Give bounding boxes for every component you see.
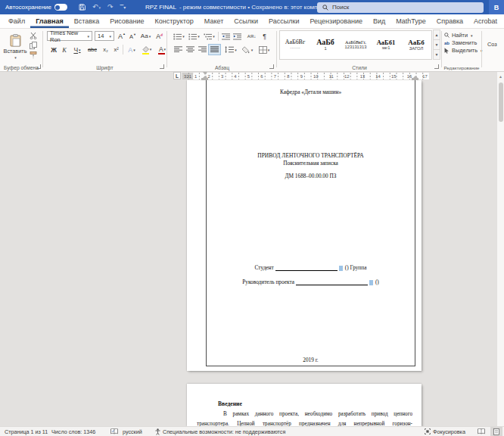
read-mode-button[interactable]: [478, 427, 485, 436]
align-right-button[interactable]: [197, 45, 207, 54]
search-box[interactable]: Поиск: [317, 2, 484, 13]
paste-icon: [10, 34, 21, 47]
scrollbar-thumb[interactable]: [499, 83, 503, 122]
paste-label: Вставить: [4, 48, 27, 54]
print-layout-button[interactable]: [490, 427, 502, 436]
tab-MathType[interactable]: MathType: [390, 14, 431, 28]
align-left-button[interactable]: [173, 45, 183, 54]
supervisor-signature-line: [296, 279, 368, 285]
copy-button[interactable]: [29, 42, 38, 49]
tab-Рассылки[interactable]: Рассылки: [263, 14, 304, 28]
decrease-indent-button[interactable]: [221, 32, 231, 41]
grow-font-button[interactable]: А▲: [117, 31, 127, 41]
tab-Конструктор[interactable]: Конструктор: [150, 14, 199, 28]
focus-mode-button[interactable]: Фокусировка: [425, 427, 465, 436]
text-effects-button[interactable]: А▾: [126, 45, 138, 54]
tab-Справка[interactable]: Справка: [431, 14, 468, 28]
scroll-up-icon[interactable]: ▲: [499, 74, 502, 79]
paragraph-dialog-launcher[interactable]: [269, 64, 274, 69]
style-item-123131313[interactable]: АаБбВвГг,123131313: [341, 31, 371, 59]
tab-Макет[interactable]: Макет: [199, 14, 229, 28]
page-2[interactable]: Введение В рамках данного проекта, необх…: [187, 384, 422, 426]
ribbon-tab-row: ФайлГлавнаяВставкаРисованиеКонструкторМа…: [0, 14, 504, 29]
horizontal-ruler[interactable]: L 321 1234567891011121314151617: [0, 72, 504, 80]
format-painter-button[interactable]: [29, 51, 38, 59]
change-case-button[interactable]: Аа▾: [139, 31, 152, 41]
supervisor-suffix: (): [375, 279, 379, 285]
highlight-color-button[interactable]: ▾: [140, 44, 154, 54]
font-size-combo[interactable]: 14▾: [95, 31, 114, 41]
numbering-button[interactable]: ▾: [188, 32, 201, 41]
font-dialog-launcher[interactable]: [160, 64, 164, 69]
superscript-button[interactable]: x²: [111, 45, 121, 54]
shading-button[interactable]: ▾: [241, 45, 254, 54]
sort-button[interactable]: АЯ↓: [245, 32, 258, 41]
style-item-·······[interactable]: АаБбВг·······: [280, 31, 310, 59]
document-canvas[interactable]: Кафедра «Детали машин» ПРИВОД ЛЕНТОЧНОГО…: [0, 80, 496, 426]
italic-button[interactable]: К: [60, 45, 69, 54]
find-button[interactable]: Найти▾: [444, 32, 473, 39]
word-count[interactable]: Число слов: 1346: [51, 427, 95, 436]
tab-Acrobat[interactable]: Acrobat: [468, 14, 502, 28]
tab-Вид[interactable]: Вид: [368, 14, 390, 28]
accessibility-status[interactable]: Специальные возможности: не поддерживают…: [155, 427, 285, 436]
tab-Главная[interactable]: Главная: [30, 14, 69, 28]
clear-formatting-button[interactable]: А◢: [154, 31, 164, 41]
proofing-status-icon[interactable]: [110, 427, 118, 436]
page-indicator[interactable]: Страница 1 из 11: [5, 427, 48, 436]
style-item-ЗАГОЛ[interactable]: АаБбЗАГОЛ: [401, 31, 431, 59]
tab-Рисование[interactable]: Рисование: [104, 14, 149, 28]
multilevel-list-button[interactable]: ▾: [203, 32, 216, 41]
tab-selector[interactable]: L: [173, 72, 181, 79]
ruler-number: 13: [360, 74, 365, 79]
align-center-button[interactable]: [185, 45, 195, 54]
first-line-indent-marker[interactable]: [203, 72, 207, 75]
toggle-knob: [55, 5, 60, 10]
increase-indent-button[interactable]: [232, 32, 242, 41]
styles-more-icon[interactable]: ▼: [433, 49, 440, 60]
shrink-font-button[interactable]: А▼: [128, 32, 138, 41]
tab-Файл[interactable]: Файл: [3, 14, 30, 28]
numbering-icon: [188, 33, 197, 40]
style-item-заг1[interactable]: АаБб1заг1: [371, 31, 401, 59]
select-button[interactable]: Выделить▾: [444, 47, 483, 54]
vertical-scrollbar[interactable]: ▲: [496, 72, 504, 426]
subscript-button[interactable]: x₂: [101, 45, 110, 54]
tab-Вставка[interactable]: Вставка: [69, 14, 104, 28]
bullets-button[interactable]: ▾: [173, 32, 185, 41]
page-1[interactable]: Кафедра «Детали машин» ПРИВОД ЛЕНТОЧНОГО…: [187, 80, 422, 371]
strikethrough-button[interactable]: abc: [86, 45, 98, 54]
font-name-value: Times New Ron: [50, 30, 86, 43]
style-name: 123131313: [344, 45, 366, 50]
replace-button[interactable]: ab Заменить: [444, 39, 477, 46]
acrobat-create-button-partial[interactable]: Соз: [487, 41, 497, 48]
clipboard-dialog-launcher[interactable]: [36, 64, 41, 69]
styles-scroll-up-icon[interactable]: ▲: [433, 30, 440, 40]
paste-button[interactable]: Вставить ▾: [4, 30, 26, 64]
borders-button[interactable]: ▾: [257, 45, 271, 54]
underline-button[interactable]: Ч▾: [70, 45, 84, 54]
bullets-icon: [173, 33, 182, 40]
ruler-numbers: 1234567891011121314151617: [193, 73, 429, 79]
tab-Ссылки[interactable]: Ссылки: [229, 14, 263, 28]
show-marks-button[interactable]: ¶: [260, 31, 269, 41]
language-indicator[interactable]: русский: [123, 427, 142, 436]
ruler-number: 7: [274, 74, 276, 79]
autosave-toggle[interactable]: [54, 4, 67, 11]
user-account-button[interactable]: В: [489, 0, 504, 14]
save-icon[interactable]: [79, 4, 86, 11]
paragraph-group-label: Абзац: [168, 65, 276, 70]
cut-button[interactable]: [29, 32, 38, 39]
style-item-1[interactable]: АаБб1: [310, 31, 341, 59]
bold-button[interactable]: Ж: [49, 45, 58, 54]
line-spacing-button[interactable]: ▾: [223, 45, 238, 54]
quick-access-menu-icon[interactable]: ▔▾: [120, 5, 126, 10]
undo-icon[interactable]: ↶▾: [92, 4, 101, 11]
redo-icon[interactable]: ↷: [107, 4, 114, 11]
autosave-control[interactable]: Автосохранение: [5, 0, 67, 14]
justify-button[interactable]: [209, 45, 220, 54]
font-name-combo[interactable]: Times New Ron▾: [47, 31, 92, 41]
styles-scroll-down-icon[interactable]: ▼: [433, 39, 440, 50]
tab-Рецензирование[interactable]: Рецензирование: [304, 14, 368, 28]
styles-dialog-launcher[interactable]: [434, 64, 439, 69]
